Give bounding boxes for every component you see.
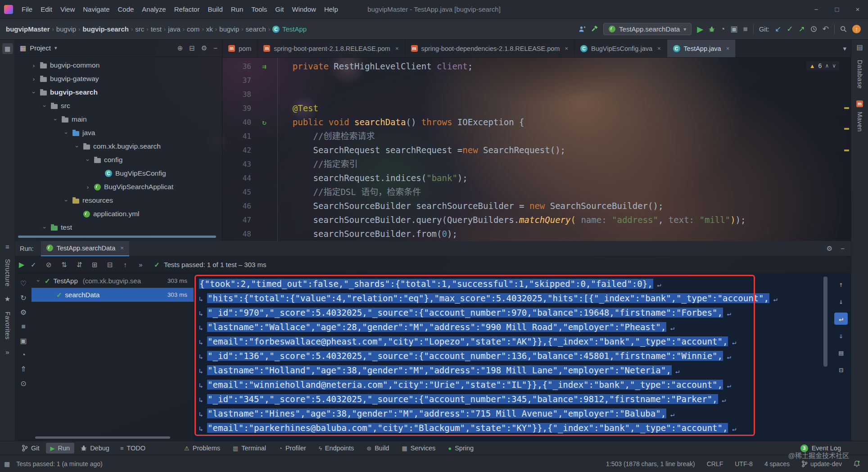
rerun-tests-button[interactable]: ▶ — [19, 260, 24, 269]
editor-tab-pom[interactable]: mpom — [222, 40, 258, 57]
scroll-to-end-icon[interactable]: ⇓ — [834, 330, 848, 342]
tool-window-button-debug[interactable]: Debug — [76, 443, 114, 454]
breadcrumb-search[interactable]: search — [244, 24, 267, 34]
tool-window-button-problems[interactable]: ⚠Problems — [180, 443, 225, 454]
tree-chevron-icon[interactable]: › — [85, 157, 91, 163]
close-button[interactable]: × — [847, 0, 868, 18]
tree-chevron-icon[interactable]: › — [35, 278, 42, 284]
project-tree-item-bugvip-search[interactable]: ›bugvip-search — [15, 86, 222, 99]
gear-icon[interactable]: ⚙ — [201, 44, 207, 52]
menu-file[interactable]: File — [18, 4, 36, 15]
breadcrumb-xk[interactable]: xk — [205, 24, 214, 34]
line-number[interactable]: 44 — [222, 171, 257, 185]
git-commit-button[interactable]: ✓ — [787, 24, 793, 34]
run-settings-gear-icon[interactable]: ⚙ — [827, 245, 832, 253]
rollback-button[interactable]: ↶ — [823, 24, 829, 34]
project-tree-item-java[interactable]: ›java — [15, 126, 222, 140]
tool-button-database[interactable]: Database — [856, 60, 863, 89]
project-tree-item-bugvipsearchapplicat[interactable]: ›BugVipSearchApplicat — [15, 180, 222, 194]
menu-build[interactable]: Build — [203, 4, 226, 15]
menu-refactor[interactable]: Refactor — [170, 4, 204, 15]
breadcrumb-bugvip-search[interactable]: bugvip-search — [81, 24, 130, 34]
tool-window-button-terminal[interactable]: ▥Terminal — [228, 443, 271, 454]
project-tree-item-resources[interactable]: ›resources — [15, 194, 222, 207]
notifications-bell-icon[interactable] — [854, 460, 860, 467]
warning-stripe-mark[interactable] — [844, 150, 849, 151]
ide-update-icon[interactable]: ↑ — [852, 25, 861, 33]
search-everywhere-button[interactable] — [840, 26, 847, 32]
menu-analyze[interactable]: Analyze — [138, 4, 170, 15]
vertical-scrollbar[interactable] — [823, 277, 827, 367]
editor-tab-spring-boot-dependencies-2.1.8.release.pom[interactable]: mspring-boot-dependencies-2.1.8.RELEASE.… — [405, 40, 575, 57]
minimize-button[interactable]: − — [806, 0, 827, 18]
tree-chevron-icon[interactable]: › — [41, 103, 48, 109]
menu-navigate[interactable]: Navigate — [79, 4, 113, 15]
horizontal-scrollbar[interactable] — [18, 236, 216, 238]
line-number[interactable]: 48 — [222, 227, 257, 241]
menu-code[interactable]: Code — [113, 4, 138, 15]
git-push-button[interactable]: ↗ — [799, 24, 805, 34]
test-tree-item-searchdata[interactable]: ✓searchData303 ms — [32, 288, 194, 302]
tree-chevron-icon[interactable]: › — [74, 143, 81, 150]
indent-setting[interactable]: 4 spaces — [764, 460, 790, 467]
line-number[interactable]: 39 — [222, 101, 257, 115]
breadcrumb-testapp[interactable]: CTestApp — [271, 24, 308, 34]
hidden-tabs-icon[interactable]: ▾ — [843, 45, 846, 53]
editor-tab-spring-boot-parent-2.1.8.release.pom[interactable]: mspring-boot-parent-2.1.8.RELEASE.pom× — [258, 40, 405, 57]
pin-icon[interactable]: ⊙ — [20, 379, 26, 388]
line-number[interactable]: 38 — [222, 87, 257, 101]
coverage-icon[interactable]: ◔ — [21, 351, 26, 359]
run-tab[interactable]: TestApp.searchData × — [41, 241, 129, 256]
git-branch-widget[interactable]: update-dev — [801, 460, 842, 467]
hide-panel-icon[interactable]: − — [841, 245, 845, 253]
test-tree-item-testapp[interactable]: ›✓TestApp(com.xk.bugvip.sea303 ms — [32, 274, 194, 288]
tree-chevron-icon[interactable]: › — [31, 62, 37, 69]
tab-close-icon[interactable]: × — [657, 45, 661, 52]
line-separator-setting[interactable]: CRLF — [707, 460, 723, 467]
tool-window-button-profiler[interactable]: ◔Profiler — [274, 443, 311, 454]
warning-stripe-mark[interactable] — [844, 128, 849, 130]
tool-window-button-build[interactable]: ⊚Build — [362, 443, 393, 454]
project-tree-item-bugvip-gateway[interactable]: ›bugvip-gateway — [15, 72, 222, 86]
tree-chevron-icon[interactable]: › — [63, 130, 70, 136]
tool-window-button-endpoints[interactable]: ϟEndpoints — [314, 443, 358, 454]
previous-occurrence-icon[interactable]: ↑ — [119, 259, 131, 271]
project-tree-item-application-yml[interactable]: application.yml — [15, 207, 222, 221]
coverage-button[interactable]: ◔ — [720, 25, 725, 34]
more-tool-windows-icon[interactable]: » — [5, 348, 9, 356]
chevron-down-icon[interactable]: ∨ — [832, 63, 836, 69]
run-test-gutter-icon[interactable]: ↻ — [262, 118, 267, 127]
project-tree-item-bugvipesconfig[interactable]: CBugVipEsConfig — [15, 167, 222, 180]
close-icon[interactable]: × — [120, 245, 124, 251]
tree-chevron-icon[interactable]: › — [41, 224, 48, 231]
breadcrumb-com[interactable]: com — [185, 24, 201, 34]
debug-button[interactable] — [709, 26, 715, 32]
scroll-up-icon[interactable]: ↑ — [834, 278, 848, 290]
run-configuration-select[interactable]: TestApp.searchData▾ — [603, 23, 692, 35]
run-console[interactable]: {"took":2,"timed_out":false,"_shards":{"… — [194, 274, 851, 441]
breadcrumb-bugvip[interactable]: bugvip — [218, 24, 240, 34]
tool-button-structure[interactable]: Structure — [4, 259, 11, 286]
breadcrumb-bugvipmaster[interactable]: bugvipMaster — [5, 24, 51, 34]
camera-icon[interactable]: ▣ — [20, 336, 27, 345]
project-tree-item-main[interactable]: ›main — [15, 113, 222, 126]
project-tool-button-icon[interactable]: ▦ — [2, 43, 13, 54]
project-tree-item-test[interactable]: ›test — [15, 221, 222, 234]
ignore-test-icon[interactable]: ⊘ — [42, 259, 55, 271]
tool-window-switcher-icon[interactable]: ▦ — [4, 460, 10, 467]
editor-tab-bugvipesconfig.java[interactable]: CBugVipEsConfig.java× — [574, 40, 667, 57]
stop-icon[interactable]: ■ — [21, 322, 26, 331]
breadcrumb-src[interactable]: src — [134, 24, 145, 34]
file-encoding[interactable]: UTF-8 — [735, 460, 753, 467]
print-icon[interactable]: ▤ — [834, 347, 848, 359]
stop-button[interactable]: ■ — [743, 25, 747, 34]
tree-chevron-icon[interactable]: › — [31, 89, 37, 95]
import-results-icon[interactable]: ⇑ — [20, 365, 26, 373]
maven-icon[interactable]: m — [856, 100, 863, 107]
editor-tab-testapp.java[interactable]: CTestApp.java× — [667, 40, 736, 57]
line-number[interactable]: 46 — [222, 199, 257, 213]
git-update-button[interactable]: ↙ — [775, 24, 781, 34]
line-number[interactable]: 36 — [222, 59, 257, 73]
favorites-star-icon[interactable]: ★ — [5, 295, 10, 303]
collapse-all-icon[interactable]: ⊟ — [189, 44, 195, 52]
